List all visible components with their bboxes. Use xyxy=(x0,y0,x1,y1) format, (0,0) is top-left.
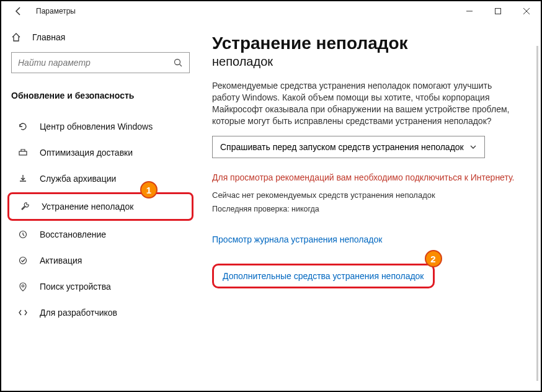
window-title: Параметры xyxy=(36,7,76,16)
last-check-text: Последняя проверка: никогда xyxy=(212,205,516,213)
search-icon xyxy=(173,58,183,68)
home-link[interactable]: Главная xyxy=(1,27,200,47)
close-button[interactable] xyxy=(512,1,541,21)
no-recommended-text: Сейчас нет рекомендуемых средств устране… xyxy=(212,190,516,200)
sidebar-item-delivery-optimization[interactable]: Оптимизация доставки xyxy=(7,140,193,165)
wrench-icon xyxy=(19,202,30,212)
sidebar-item-label: Служба архивации xyxy=(40,174,116,184)
activation-icon xyxy=(17,256,29,265)
svg-rect-4 xyxy=(19,151,27,155)
sidebar-item-developers[interactable]: Для разработчиков xyxy=(7,300,193,325)
sidebar-item-label: Устранение неполадок xyxy=(42,202,133,212)
sidebar-item-troubleshoot[interactable]: Устранение неполадок xyxy=(7,192,193,221)
sidebar-item-label: Для разработчиков xyxy=(40,308,117,318)
svg-point-7 xyxy=(22,285,24,287)
scrollbar-vertical[interactable] xyxy=(536,46,538,381)
svg-point-2 xyxy=(175,60,180,65)
svg-line-3 xyxy=(180,65,182,67)
delivery-icon xyxy=(17,148,29,158)
sidebar-item-recovery[interactable]: Восстановление xyxy=(7,222,193,247)
sidebar-item-backup[interactable]: Служба архивации xyxy=(7,166,193,191)
connection-error-text: Для просмотра рекомендаций вам необходим… xyxy=(212,172,516,184)
sidebar-item-label: Активация xyxy=(40,256,82,265)
backup-icon xyxy=(17,174,29,184)
additional-troubleshooters-highlight: Дополнительные средства устранения непол… xyxy=(212,264,435,288)
window-controls xyxy=(455,1,541,21)
sidebar-item-label: Восстановление xyxy=(40,229,106,239)
description-text: Рекомендуемые средства устранения непола… xyxy=(212,80,516,127)
page-subtitle: неполадок xyxy=(212,55,516,69)
search-input[interactable] xyxy=(18,58,173,68)
additional-troubleshooters-link[interactable]: Дополнительные средства устранения непол… xyxy=(223,271,424,281)
troubleshoot-dropdown[interactable]: Спрашивать перед запуском средств устран… xyxy=(212,136,485,158)
update-icon xyxy=(17,122,29,131)
sidebar-item-activation[interactable]: Активация xyxy=(7,248,193,273)
annotation-badge-1: 1 xyxy=(140,181,158,198)
find-device-icon xyxy=(17,282,29,292)
chevron-down-icon xyxy=(469,143,477,151)
category-title: Обновление и безопасность xyxy=(1,83,200,113)
home-icon xyxy=(11,32,21,42)
sidebar-item-windows-update[interactable]: Центр обновления Windows xyxy=(7,114,193,139)
sidebar: Главная Обновление и безопасность Центр … xyxy=(1,21,200,391)
svg-rect-1 xyxy=(495,9,501,14)
page-title: Устранение неполадок xyxy=(212,33,516,53)
maximize-button[interactable] xyxy=(484,1,512,21)
recovery-icon xyxy=(17,229,29,239)
sidebar-item-label: Поиск устройства xyxy=(40,282,111,292)
view-history-link[interactable]: Просмотр журнала устранения неполадок xyxy=(212,234,382,244)
minimize-button[interactable] xyxy=(455,1,484,21)
main-content: Устранение неполадок неполадок Рекоменду… xyxy=(200,21,541,391)
sidebar-item-label: Оптимизация доставки xyxy=(40,148,133,158)
svg-point-6 xyxy=(20,257,27,264)
titlebar: Параметры xyxy=(1,1,541,21)
dropdown-value: Спрашивать перед запуском средств устран… xyxy=(220,142,464,152)
annotation-badge-2: 2 xyxy=(425,250,442,267)
home-label: Главная xyxy=(32,32,65,42)
sidebar-item-label: Центр обновления Windows xyxy=(40,122,153,131)
search-box[interactable] xyxy=(11,52,190,73)
sidebar-item-find-device[interactable]: Поиск устройства xyxy=(7,274,193,299)
developers-icon xyxy=(17,308,29,318)
back-button[interactable] xyxy=(6,1,31,21)
